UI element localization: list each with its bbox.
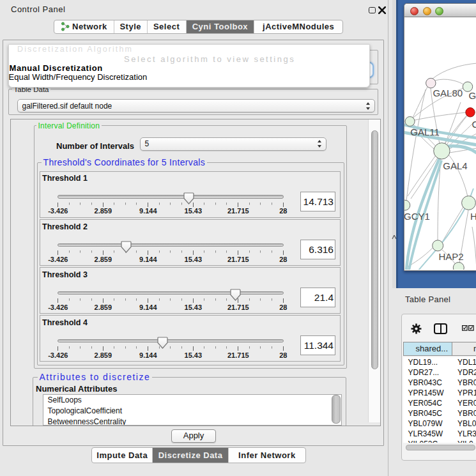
svg-text:GAL11: GAL11: [410, 127, 440, 137]
svg-text:GAL80: GAL80: [433, 88, 463, 98]
svg-text:GCY1: GCY1: [404, 211, 430, 222]
svg-text:GA: GA: [469, 90, 476, 101]
svg-text:C: C: [472, 119, 476, 130]
svg-text:H: H: [470, 211, 476, 222]
svg-text:GAL4: GAL4: [443, 160, 467, 171]
svg-text:HAP2: HAP2: [438, 251, 463, 262]
